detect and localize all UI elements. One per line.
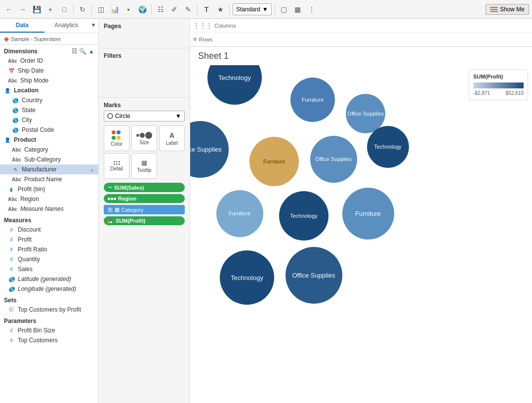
abc-icon: Abc [8, 58, 17, 64]
dim-profit-bin[interactable]: ▮ Profit (bin) [0, 184, 98, 194]
columns-content[interactable] [233, 21, 529, 31]
bubble-5[interactable]: Furniture [249, 137, 299, 186]
pill-sum-profit[interactable]: SUM(Profit) [104, 216, 185, 225]
highlight-button[interactable]: ✐ [168, 3, 180, 15]
add-tab-button[interactable]: + [44, 3, 56, 15]
dim-postal-code[interactable]: 🌎 Postal Code [0, 125, 98, 135]
meas-longitude[interactable]: 🌎 Longitude (generated) [0, 284, 98, 294]
dim-manufacturer[interactable]: ✎ Manufacturer ▲ [0, 164, 98, 174]
show-me-button[interactable]: Show Me [486, 4, 529, 15]
meas-label: Latitude (generated) [18, 276, 71, 282]
person-icon: 👤 [4, 88, 11, 93]
meas-latitude[interactable]: 🌎 Latitude (generated) [0, 274, 98, 284]
meas-label: Profit [18, 236, 32, 243]
view-dropdown[interactable]: Standard ▼ [233, 3, 272, 15]
duplicate-button[interactable]: □ [58, 3, 70, 15]
panel-tabs: Data Analytics ▼ [0, 19, 98, 33]
dim-region[interactable]: Abc Region [0, 194, 98, 204]
param-profit-bin-size[interactable]: # Profit Bin Size [0, 325, 98, 335]
marks-type-dropdown[interactable]: Circle ▼ [104, 111, 185, 121]
color-button[interactable]: Color [104, 125, 129, 151]
left-panel: Data Analytics ▼ ◆ Sample - Superstore D… [0, 19, 99, 403]
bubble-10[interactable]: Furniture [342, 188, 394, 240]
set-top-customers[interactable]: Ⓔ Top Customers by Profit [0, 305, 98, 315]
meas-profit[interactable]: # Profit [0, 235, 98, 244]
bubble-4[interactable]: Office Supplies [190, 121, 229, 178]
bubble-11[interactable]: Technology [220, 250, 274, 305]
tab-analytics[interactable]: Analytics [44, 19, 89, 33]
color-label: Color [111, 141, 123, 147]
dim-location-group[interactable]: 👤 Location [0, 85, 98, 95]
bubble-9[interactable]: Technology [279, 191, 328, 241]
parameters-label: Parameters [4, 318, 36, 324]
rows-content[interactable] [233, 35, 529, 44]
meas-sales[interactable]: # Sales [0, 264, 98, 274]
dim-category[interactable]: Abc Category [0, 145, 98, 155]
tab-data[interactable]: Data [0, 19, 44, 33]
dots-icon [108, 198, 116, 200]
format-button[interactable]: ✎ [182, 3, 194, 15]
filters-label: Filters [104, 52, 185, 59]
pill-category[interactable]: T ▦ Category [104, 205, 185, 214]
panel-tab-arrow[interactable]: ▼ [88, 19, 98, 33]
dim-state[interactable]: 🌎 State [0, 105, 98, 115]
bubble-2[interactable]: Furniture [290, 78, 335, 122]
expand-icon[interactable]: ▲ [88, 48, 94, 55]
meas-label: Quantity [18, 256, 40, 263]
dim-ship-date[interactable]: 📅 Ship Date [0, 66, 98, 76]
back-button[interactable]: ← [3, 3, 15, 15]
dim-sub-category[interactable]: Abc Sub-Category [0, 155, 98, 164]
undo-button[interactable]: ↻ [77, 3, 88, 15]
line-chart-button[interactable]: 📊 [109, 3, 121, 15]
map-button[interactable]: 🌍 [136, 3, 148, 15]
meas-profit-ratio[interactable]: # Profit Ratio [0, 244, 98, 254]
dim-measure-names[interactable]: Abc Measure Names [0, 204, 98, 214]
param-top-customers[interactable]: # Top Customers [0, 335, 98, 345]
bar-chart-button[interactable]: ◫ [95, 3, 107, 15]
data-source-label: ◆ Sample - Superstore [0, 33, 98, 45]
star-button[interactable]: ★ [214, 3, 226, 15]
dim-country[interactable]: 🌎 Country [0, 95, 98, 105]
show-me-label: Show Me [500, 6, 525, 13]
sheet-title: Sheet 1 [190, 47, 532, 65]
scatter-button[interactable]: ▪ [123, 3, 134, 15]
forward-button[interactable]: → [17, 3, 29, 15]
dim-label: Measure Names [20, 205, 64, 212]
label-button[interactable]: A Label [159, 125, 185, 151]
pill-sum-sales[interactable]: ∼ SUM(Sales) [104, 183, 185, 192]
size-button[interactable]: Size [131, 125, 157, 151]
globe-icon: 🌎 [12, 98, 19, 103]
device-button[interactable]: ▦ [292, 3, 304, 15]
tooltip-button[interactable]: ▦ Tooltip [131, 153, 157, 179]
detail-button[interactable]: Detail [104, 153, 129, 179]
save-button[interactable]: 💾 [31, 3, 42, 15]
meas-quantity[interactable]: # Quantity [0, 254, 98, 264]
detail-label: Detail [110, 166, 123, 171]
rows-text: Rows [199, 37, 213, 42]
bubble-8[interactable]: Furniture [216, 190, 263, 237]
dim-order-id[interactable]: Abc Order ID [0, 56, 98, 66]
search-icon[interactable]: 🔍 [79, 48, 86, 55]
abc-icon: Abc [12, 177, 21, 182]
dim-product-group[interactable]: 👤 Product [0, 135, 98, 145]
dim-label: Sub-Category [24, 156, 61, 163]
dim-city[interactable]: 🌎 City [0, 115, 98, 125]
pill-region[interactable]: Region [104, 194, 185, 203]
dim-product-name[interactable]: Abc Product Name [0, 174, 98, 184]
bubble-6[interactable]: Office Supplies [310, 136, 357, 183]
dim-label: Ship Date [18, 67, 44, 74]
pill-label: Region [118, 196, 136, 202]
bubble-7[interactable]: Technology [367, 126, 409, 168]
dim-ship-mode[interactable]: Abc Ship Mode [0, 76, 98, 85]
share-button[interactable]: ⋮ [306, 3, 318, 15]
present-button[interactable]: ▢ [278, 3, 290, 15]
hash-icon: # [8, 247, 15, 252]
bubble-12[interactable]: Office Supplies [286, 247, 342, 304]
meas-discount[interactable]: # Discount [0, 225, 98, 235]
marks-section: Marks Circle ▼ Color [99, 98, 190, 403]
text-button[interactable]: T [201, 3, 212, 15]
filter-button[interactable]: ☷ [155, 3, 166, 15]
dimensions-label: Dimensions [4, 48, 38, 55]
bubble-1[interactable]: Technology [207, 65, 262, 105]
grid-icon[interactable]: ☷ [72, 48, 77, 55]
